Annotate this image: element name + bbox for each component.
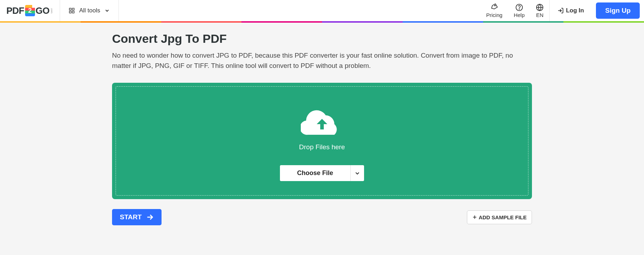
all-tools-label: All tools [79,7,100,14]
pricing-link[interactable]: Pricing [481,0,508,21]
svg-rect-1 [72,8,74,10]
language-button[interactable]: EN [530,0,550,21]
dropzone-container: Drop Files here Choose File [112,83,532,199]
logo-link[interactable]: PDF 2 GO .com [0,0,60,21]
arrow-right-icon [146,213,154,221]
svg-point-6 [519,8,519,9]
help-link[interactable]: Help [508,0,530,21]
pricing-label: Pricing [486,12,503,18]
language-label: EN [536,12,544,18]
chevron-down-icon [104,8,110,13]
add-sample-file-button[interactable]: ADD SAMPLE FILE [467,210,532,224]
logo-text-left: PDF [6,5,24,16]
globe-icon [536,4,544,11]
choose-file-dropdown[interactable] [350,165,364,181]
start-button[interactable]: START [112,209,162,225]
help-label: Help [514,12,525,18]
header: PDF 2 GO .com All tools Pricing Help EN … [0,0,644,21]
svg-point-4 [494,5,496,6]
start-label: START [120,213,142,221]
all-tools-button[interactable]: All tools [60,0,119,21]
accent-bar [0,21,644,23]
choose-file-group: Choose File [280,165,364,181]
tag-icon [490,4,498,11]
logo-icon: 2 [25,5,35,16]
page-title: Convert Jpg To PDF [112,32,532,46]
svg-rect-3 [72,11,74,13]
signup-wrap: Sign Up [592,0,644,21]
login-button[interactable]: Log In [550,0,592,21]
cloud-upload-icon [301,106,343,138]
grid-icon [69,7,75,14]
header-spacer [119,0,480,21]
login-icon [557,7,564,14]
choose-file-button[interactable]: Choose File [280,165,350,181]
drop-text: Drop Files here [299,143,345,151]
page-subtitle: No need to wonder how to convert JPG to … [112,51,532,71]
logo: PDF 2 GO .com [6,5,53,16]
logo-text-right: GO [36,5,49,16]
chevron-down-icon [354,170,361,176]
sample-label: ADD SAMPLE FILE [479,214,527,220]
signup-button[interactable]: Sign Up [596,2,640,19]
svg-rect-2 [69,11,71,13]
plus-icon [472,215,477,220]
action-row: START ADD SAMPLE FILE [112,209,532,225]
svg-rect-0 [69,8,71,10]
dropzone[interactable]: Drop Files here Choose File [116,86,528,196]
help-icon [515,4,523,11]
login-label: Log In [566,7,584,14]
logo-com: .com [50,8,53,13]
main-content: Convert Jpg To PDF No need to wonder how… [110,23,534,234]
